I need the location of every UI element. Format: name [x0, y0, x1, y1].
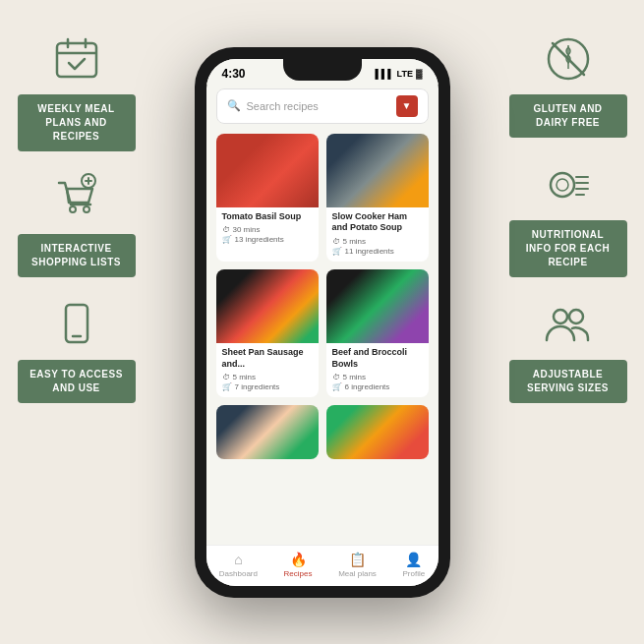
meal-plans-label: Meal plans	[338, 569, 377, 578]
recipe-card-3[interactable]: Sheet Pan Sausage and... ⏱ 5 mins 🛒 7 in…	[216, 269, 319, 397]
recipe-image-3	[216, 269, 319, 343]
recipe-time-1: ⏱ 30 mins	[222, 225, 313, 234]
clock-icon-1: ⏱	[222, 225, 230, 234]
left-features-column: WEEKLY MEAL PLANS AND RECIPES INTERACTIV…	[0, 29, 152, 403]
recipe-image-1	[216, 134, 319, 207]
cart-icon-1: 🛒	[222, 235, 232, 244]
feature-serving-sizes: ADJUSTABLE SERVING SIZES	[509, 295, 627, 403]
status-icons: ▌▌▌ LTE ▓	[375, 69, 422, 79]
recipe-name-3: Sheet Pan Sausage and...	[222, 347, 313, 370]
right-features-column: GLUTEN AND DAIRY FREE NUTRITIONAL INFO F…	[492, 29, 644, 403]
dashboard-label: Dashboard	[219, 569, 258, 578]
easy-access-label: EASY TO ACCESS AND USE	[18, 360, 136, 403]
feature-easy-access: EASY TO ACCESS AND USE	[18, 295, 136, 403]
clock-icon-2: ⏱	[332, 237, 340, 246]
phone-icon	[47, 295, 106, 354]
calendar-icon	[47, 29, 106, 88]
recipe-time-4: ⏱ 5 mins	[332, 373, 423, 381]
recipes-icon: 🔥	[290, 552, 307, 567]
cart-icon-2: 🛒	[332, 247, 342, 256]
status-time: 4:30	[222, 67, 246, 81]
bottom-nav: ⌂ Dashboard 🔥 Recipes 📋 Meal plans 👤 Pro…	[206, 545, 439, 586]
recipe-image-5	[216, 405, 319, 459]
recipe-ingredients-2: 🛒 11 ingredients	[332, 247, 423, 256]
recipe-ingredients-1: 🛒 13 ingredients	[222, 235, 313, 244]
nutritional-info-label: NUTRITIONAL INFO FOR EACH RECIPE	[509, 220, 627, 277]
feature-gluten-dairy-free: GLUTEN AND DAIRY FREE	[509, 29, 627, 138]
people-icon	[539, 295, 598, 354]
battery-icon: ▓	[416, 69, 423, 79]
recipe-card-6[interactable]	[326, 405, 429, 459]
recipe-ingredients-4: 🛒 6 ingredients	[332, 382, 423, 391]
recipe-image-6	[326, 405, 429, 459]
cart-icon-4: 🛒	[332, 382, 342, 391]
nav-dashboard[interactable]: ⌂ Dashboard	[219, 552, 258, 578]
profile-icon: 👤	[405, 552, 422, 567]
dashboard-icon: ⌂	[234, 552, 242, 567]
nav-profile[interactable]: 👤 Profile	[402, 552, 425, 578]
search-bar[interactable]: 🔍 Search recipes ▼	[216, 88, 429, 124]
svg-point-20	[554, 310, 567, 323]
recipe-image-2	[326, 134, 429, 207]
recipe-name-4: Beef and Broccoli Bowls	[332, 347, 423, 370]
clock-icon-4: ⏱	[332, 373, 340, 381]
recipe-card-2[interactable]: Slow Cooker Ham and Potato Soup ⏱ 5 mins…	[326, 134, 429, 262]
meal-plans-icon: 📋	[349, 552, 366, 567]
signal-icon: ▌▌▌	[375, 69, 393, 79]
feature-shopping-lists: INTERACTIVE SHOPPING LISTS	[18, 169, 136, 277]
svg-point-4	[70, 206, 76, 212]
svg-point-5	[84, 206, 89, 212]
serving-sizes-label: ADJUSTABLE SERVING SIZES	[509, 360, 627, 403]
recipe-card-4[interactable]: Beef and Broccoli Bowls ⏱ 5 mins 🛒 6 ing…	[326, 269, 429, 397]
recipe-image-4	[326, 269, 429, 343]
phone-screen: 4:30 ▌▌▌ LTE ▓ 🔍 Search recipes ▼	[206, 59, 439, 586]
profile-label: Profile	[402, 569, 425, 578]
cart-icon	[47, 169, 106, 228]
cart-icon-3: 🛒	[222, 382, 232, 391]
recipes-label: Recipes	[284, 569, 313, 578]
recipe-card-1[interactable]: Tomato Basil Soup ⏱ 30 mins 🛒 13 ingredi…	[216, 134, 319, 262]
feature-weekly-meal-plans: WEEKLY MEAL PLANS AND RECIPES	[18, 29, 136, 151]
recipe-card-5[interactable]	[216, 405, 319, 459]
feature-nutritional-info: NUTRITIONAL INFO FOR EACH RECIPE	[509, 155, 627, 277]
svg-point-21	[569, 310, 583, 323]
search-input[interactable]: Search recipes	[247, 100, 390, 112]
recipe-name-1: Tomato Basil Soup	[222, 211, 313, 223]
network-icon: LTE	[397, 69, 413, 79]
nutrition-icon	[539, 155, 598, 214]
svg-point-15	[556, 179, 568, 191]
search-icon: 🔍	[227, 99, 241, 112]
svg-rect-0	[57, 43, 96, 77]
filter-button[interactable]: ▼	[396, 95, 418, 117]
recipes-grid: Tomato Basil Soup ⏱ 30 mins 🛒 13 ingredi…	[206, 128, 439, 466]
shopping-lists-label: INTERACTIVE SHOPPING LISTS	[18, 234, 136, 277]
wheat-icon	[539, 29, 598, 88]
svg-point-14	[551, 173, 574, 197]
nav-recipes[interactable]: 🔥 Recipes	[284, 552, 313, 578]
recipe-time-2: ⏱ 5 mins	[332, 237, 423, 246]
recipe-name-2: Slow Cooker Ham and Potato Soup	[332, 211, 423, 234]
recipe-time-3: ⏱ 5 mins	[222, 373, 313, 381]
recipe-ingredients-3: 🛒 7 ingredients	[222, 382, 313, 391]
nav-meal-plans[interactable]: 📋 Meal plans	[338, 552, 377, 578]
weekly-meal-plans-label: WEEKLY MEAL PLANS AND RECIPES	[18, 94, 136, 151]
phone-mockup: 4:30 ▌▌▌ LTE ▓ 🔍 Search recipes ▼	[195, 47, 450, 598]
gluten-dairy-free-label: GLUTEN AND DAIRY FREE	[509, 94, 627, 138]
filter-icon: ▼	[402, 100, 412, 111]
clock-icon-3: ⏱	[222, 373, 230, 381]
phone-notch	[283, 59, 362, 81]
